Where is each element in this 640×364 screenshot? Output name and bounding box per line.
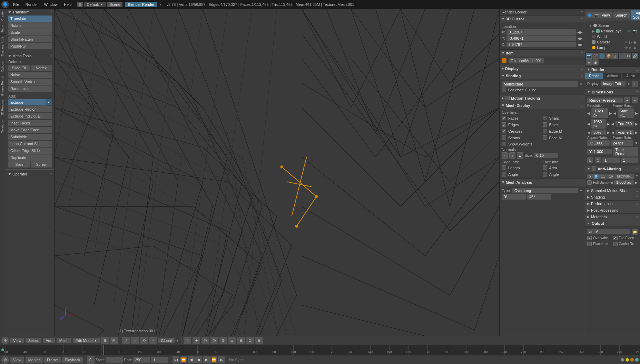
frame-field[interactable]: Frame:1 <box>616 130 634 135</box>
prop-material-icon[interactable]: ◉ <box>592 59 599 65</box>
aa-5-btn[interactable]: 5 <box>587 174 593 179</box>
res-y-field[interactable]: 1080 px <box>591 119 606 129</box>
viewport[interactable]: Top Ortho <box>55 9 499 336</box>
file-exten-checkbox[interactable] <box>613 236 618 240</box>
scene-selector[interactable]: Scene <box>107 2 122 7</box>
vt-icon6[interactable]: ↔ <box>149 337 157 344</box>
overwrite-checkbox[interactable] <box>587 236 592 240</box>
vt-icon3[interactable]: ↗ <box>122 337 130 344</box>
noise-button[interactable]: Noise <box>8 72 52 78</box>
bc-val1[interactable]: 1 <box>602 158 620 163</box>
normals-vert-btn[interactable]: ↑ <box>502 152 508 159</box>
vt-mesh-btn[interactable]: Mesh <box>57 338 71 343</box>
mesh-name[interactable]: TexturedMesh.001 <box>509 58 544 63</box>
menu-render[interactable]: Render <box>23 2 41 7</box>
faces-checkbox[interactable] <box>502 116 506 120</box>
extrude-region-button[interactable]: Extrude Region <box>8 106 52 112</box>
mitchell-btn[interactable]: Mitchell-... <box>615 174 634 179</box>
vt-icon4[interactable]: ↕ <box>131 337 139 344</box>
show-weights-checkbox[interactable] <box>502 142 506 146</box>
vt-select-btn[interactable]: Select <box>26 338 42 343</box>
all-scene-button[interactable]: All Sce... <box>631 10 640 20</box>
shading-section-collapse[interactable]: ▶ Shading :: <box>585 194 640 200</box>
prop-physics-icon[interactable]: ⚙ <box>625 53 631 59</box>
area-checkbox[interactable] <box>543 165 547 170</box>
extrude-button[interactable]: Extrude <box>8 99 46 105</box>
menu-file[interactable]: File <box>10 2 22 7</box>
vt-icon7[interactable]: □ <box>184 337 191 344</box>
inset-faces-button[interactable]: Inset Faces <box>8 120 52 126</box>
camera-btn1[interactable]: ▷ <box>629 40 632 44</box>
vertex-button[interactable]: Vertex <box>31 65 52 71</box>
face-m-checkbox[interactable] <box>543 135 547 140</box>
normals-size-field[interactable]: 0.10 <box>534 153 558 158</box>
side-tab-create[interactable]: Create <box>0 9 6 23</box>
bs-jump-start[interactable]: ⏮ <box>173 356 179 363</box>
aspect-x-field[interactable]: X: 1.000 <box>587 140 610 146</box>
menu-window[interactable]: Window <box>41 2 60 7</box>
bs-end-field[interactable]: 250 <box>133 357 150 363</box>
side-tab-options[interactable]: Options <box>0 59 6 74</box>
shading-mode-field[interactable]: Multitexture <box>502 81 578 87</box>
vt-icon13[interactable]: ⊞ <box>237 337 245 344</box>
camera-eye[interactable]: 👁 <box>624 40 628 44</box>
pushpull-button[interactable]: Push/Pull <box>8 43 52 49</box>
end-field[interactable]: End:250 <box>616 121 634 127</box>
mesh-display-header[interactable]: Mesh Display :: <box>500 102 585 109</box>
frame-rate-field[interactable]: 24 fps <box>611 140 633 146</box>
performance-section[interactable]: ▶ Performance :: <box>585 200 640 207</box>
make-edge-face-button[interactable]: Make Edge/Face <box>8 127 52 133</box>
operator-section-title[interactable]: Operator :: <box>6 171 54 177</box>
prop-particles-icon[interactable]: · <box>619 53 625 59</box>
cache-re-checkbox[interactable] <box>613 242 618 246</box>
normals-face-btn[interactable]: ▲ <box>517 152 523 159</box>
bs-frame-field[interactable]: 1 <box>151 357 168 363</box>
prop-mesh-icon[interactable]: △ <box>612 53 618 59</box>
world-item[interactable]: World <box>585 34 640 39</box>
seams-checkbox[interactable] <box>502 135 506 140</box>
display-section-header[interactable]: Display :: <box>500 65 585 72</box>
bs-icon[interactable]: ⊙ <box>1 356 9 364</box>
timeline[interactable]: -50-40-30-20-100102030405060708090100110… <box>0 345 640 355</box>
spin-button[interactable]: Spin <box>8 161 30 168</box>
vt-icon1[interactable]: ⊕ <box>101 337 109 344</box>
menu-help[interactable]: Help <box>61 2 75 7</box>
lamp-item[interactable]: Lamp 👁 ▷ ◉ <box>585 45 640 50</box>
render-layer-item[interactable]: ▶ RenderLaye 👁 📷 <box>585 28 640 34</box>
smooth-vertex-button[interactable]: Smooth Vertex <box>8 79 52 85</box>
loop-cut-button[interactable]: Loop Cut and Sli... <box>8 141 52 147</box>
bc-val2[interactable]: 1 <box>621 158 638 163</box>
mesh-analysis-header[interactable]: Mesh Analysis :: <box>500 179 585 186</box>
output-folder-btn[interactable]: 📁 <box>632 229 638 235</box>
full-samp-checkbox[interactable] <box>587 180 592 185</box>
backface-culling-checkbox[interactable] <box>502 88 506 92</box>
bs-step-back[interactable]: ⏪ <box>180 356 187 363</box>
vt-mode-select[interactable]: Edit Mode ▼ <box>73 338 100 343</box>
render-layer-eye[interactable]: 👁 <box>628 29 631 33</box>
side-tab-relations[interactable]: Relations <box>0 118 6 135</box>
bs-start-field[interactable]: 1 <box>106 357 123 363</box>
aa-checkbox[interactable] <box>592 166 596 171</box>
extrude-dropdown-arrow[interactable]: ▼ <box>46 99 52 105</box>
prop-data-icon[interactable]: ≡ <box>586 59 592 65</box>
side-tab-grease-pencil[interactable]: Grease Pencil <box>0 74 6 98</box>
timeline-playhead[interactable] <box>104 345 104 355</box>
placeholder-checkbox[interactable] <box>587 242 592 246</box>
aa-11-btn[interactable]: 11 <box>599 174 607 179</box>
audio-tab[interactable]: Audio <box>622 73 640 79</box>
render-presets-remove[interactable]: − <box>632 97 638 103</box>
aa-8-btn[interactable]: 8 <box>593 174 599 179</box>
c-button[interactable]: C <box>595 157 601 163</box>
camera-item[interactable]: Camera 👁 ▷ ◉ <box>585 39 640 45</box>
subdivide-button[interactable]: Subdivide <box>8 134 52 140</box>
viewport-icon-btn[interactable]: ⊙ <box>1 337 9 344</box>
normals-edge-btn[interactable]: ↕ <box>509 152 515 159</box>
workspace-selector[interactable]: Default ▼ <box>84 2 106 7</box>
vt-icon11[interactable]: ⊗ <box>219 337 227 344</box>
vt-add-btn[interactable]: Add <box>43 338 55 343</box>
res-percent-field[interactable]: 50% <box>591 130 606 135</box>
metadata-section[interactable]: ▶ Metadata :: <box>585 213 640 220</box>
vt-icon12[interactable]: ≡ <box>228 337 236 344</box>
sampled-motion-section[interactable]: ▶ Sampled Motion Blu... :: <box>585 187 640 194</box>
animation-tab[interactable]: Animat <box>603 73 622 79</box>
